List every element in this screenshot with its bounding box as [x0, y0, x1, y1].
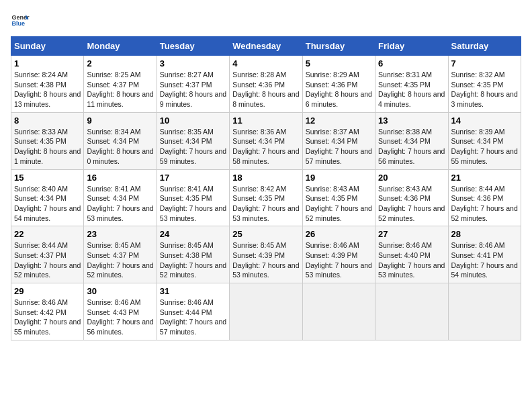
- calendar-cell: [448, 283, 521, 340]
- day-info: Sunrise: 8:27 AM Sunset: 4:37 PM Dayligh…: [160, 70, 226, 109]
- col-header-sunday: Sunday: [11, 37, 84, 56]
- calendar-cell: 25 Sunrise: 8:45 AM Sunset: 4:39 PM Dayl…: [230, 226, 302, 283]
- day-info: Sunrise: 8:41 AM Sunset: 4:34 PM Dayligh…: [87, 184, 153, 224]
- day-info: Sunrise: 8:38 AM Sunset: 4:34 PM Dayligh…: [378, 127, 445, 167]
- day-number: 6: [378, 58, 445, 68]
- day-number: 3: [160, 58, 226, 68]
- calendar-cell: 24 Sunrise: 8:45 AM Sunset: 4:38 PM Dayl…: [157, 226, 229, 283]
- calendar-cell: 28 Sunrise: 8:46 AM Sunset: 4:41 PM Dayl…: [448, 226, 521, 283]
- day-info: Sunrise: 8:24 AM Sunset: 4:38 PM Dayligh…: [14, 70, 81, 109]
- day-info: Sunrise: 8:46 AM Sunset: 4:44 PM Dayligh…: [160, 298, 226, 337]
- day-info: Sunrise: 8:45 AM Sunset: 4:37 PM Dayligh…: [87, 240, 153, 280]
- col-header-thursday: Thursday: [302, 37, 375, 56]
- day-info: Sunrise: 8:44 AM Sunset: 4:37 PM Dayligh…: [14, 240, 81, 280]
- day-number: 2: [87, 58, 153, 68]
- day-info: Sunrise: 8:43 AM Sunset: 4:36 PM Dayligh…: [378, 184, 445, 224]
- logo-icon: General Blue: [11, 11, 30, 30]
- day-info: Sunrise: 8:45 AM Sunset: 4:39 PM Dayligh…: [232, 240, 299, 280]
- calendar-week-4: 22 Sunrise: 8:44 AM Sunset: 4:37 PM Dayl…: [11, 226, 521, 283]
- day-info: Sunrise: 8:46 AM Sunset: 4:42 PM Dayligh…: [14, 298, 81, 337]
- calendar-cell: 16 Sunrise: 8:41 AM Sunset: 4:34 PM Dayl…: [84, 169, 157, 226]
- day-info: Sunrise: 8:41 AM Sunset: 4:35 PM Dayligh…: [160, 184, 226, 224]
- day-number: 9: [87, 116, 153, 126]
- day-number: 21: [451, 173, 518, 183]
- calendar-cell: 11 Sunrise: 8:36 AM Sunset: 4:34 PM Dayl…: [230, 112, 302, 169]
- calendar-cell: 9 Sunrise: 8:34 AM Sunset: 4:34 PM Dayli…: [84, 112, 157, 169]
- header: General Blue: [11, 11, 521, 30]
- day-info: Sunrise: 8:34 AM Sunset: 4:34 PM Dayligh…: [87, 127, 153, 167]
- calendar-cell: 29 Sunrise: 8:46 AM Sunset: 4:42 PM Dayl…: [11, 283, 84, 340]
- calendar-cell: 20 Sunrise: 8:43 AM Sunset: 4:36 PM Dayl…: [375, 169, 448, 226]
- day-number: 27: [378, 229, 445, 239]
- day-number: 1: [14, 58, 81, 68]
- calendar-cell: 2 Sunrise: 8:25 AM Sunset: 4:37 PM Dayli…: [84, 56, 157, 113]
- day-number: 8: [14, 116, 81, 126]
- calendar-cell: 30 Sunrise: 8:46 AM Sunset: 4:43 PM Dayl…: [84, 283, 157, 340]
- day-info: Sunrise: 8:46 AM Sunset: 4:39 PM Dayligh…: [306, 240, 372, 280]
- day-number: 31: [160, 286, 226, 296]
- day-number: 19: [306, 173, 372, 183]
- day-info: Sunrise: 8:43 AM Sunset: 4:35 PM Dayligh…: [306, 184, 372, 224]
- day-number: 22: [14, 229, 81, 239]
- calendar-header-row: SundayMondayTuesdayWednesdayThursdayFrid…: [11, 37, 521, 56]
- day-info: Sunrise: 8:29 AM Sunset: 4:36 PM Dayligh…: [306, 70, 372, 109]
- calendar-cell: 3 Sunrise: 8:27 AM Sunset: 4:37 PM Dayli…: [157, 56, 229, 113]
- calendar-cell: 21 Sunrise: 8:44 AM Sunset: 4:36 PM Dayl…: [448, 169, 521, 226]
- calendar-week-2: 8 Sunrise: 8:33 AM Sunset: 4:35 PM Dayli…: [11, 112, 521, 169]
- col-header-tuesday: Tuesday: [157, 37, 229, 56]
- calendar: SundayMondayTuesdayWednesdayThursdayFrid…: [11, 36, 521, 340]
- day-info: Sunrise: 8:46 AM Sunset: 4:41 PM Dayligh…: [451, 240, 518, 280]
- calendar-cell: [375, 283, 448, 340]
- day-number: 26: [306, 229, 372, 239]
- day-info: Sunrise: 8:32 AM Sunset: 4:35 PM Dayligh…: [451, 70, 518, 109]
- calendar-cell: 6 Sunrise: 8:31 AM Sunset: 4:35 PM Dayli…: [375, 56, 448, 113]
- day-info: Sunrise: 8:25 AM Sunset: 4:37 PM Dayligh…: [87, 70, 153, 109]
- day-info: Sunrise: 8:31 AM Sunset: 4:35 PM Dayligh…: [378, 70, 445, 109]
- day-number: 16: [87, 173, 153, 183]
- day-number: 23: [87, 229, 153, 239]
- day-number: 15: [14, 173, 81, 183]
- calendar-cell: 8 Sunrise: 8:33 AM Sunset: 4:35 PM Dayli…: [11, 112, 84, 169]
- day-number: 30: [87, 286, 153, 296]
- day-number: 14: [451, 116, 518, 126]
- day-info: Sunrise: 8:42 AM Sunset: 4:35 PM Dayligh…: [232, 184, 299, 224]
- calendar-cell: 1 Sunrise: 8:24 AM Sunset: 4:38 PM Dayli…: [11, 56, 84, 113]
- calendar-week-3: 15 Sunrise: 8:40 AM Sunset: 4:34 PM Dayl…: [11, 169, 521, 226]
- calendar-cell: 26 Sunrise: 8:46 AM Sunset: 4:39 PM Dayl…: [302, 226, 375, 283]
- day-number: 25: [232, 229, 299, 239]
- day-info: Sunrise: 8:37 AM Sunset: 4:34 PM Dayligh…: [306, 127, 372, 167]
- calendar-cell: 12 Sunrise: 8:37 AM Sunset: 4:34 PM Dayl…: [302, 112, 375, 169]
- calendar-cell: 7 Sunrise: 8:32 AM Sunset: 4:35 PM Dayli…: [448, 56, 521, 113]
- day-info: Sunrise: 8:45 AM Sunset: 4:38 PM Dayligh…: [160, 240, 226, 280]
- calendar-cell: [302, 283, 375, 340]
- calendar-cell: 14 Sunrise: 8:39 AM Sunset: 4:34 PM Dayl…: [448, 112, 521, 169]
- day-info: Sunrise: 8:36 AM Sunset: 4:34 PM Dayligh…: [232, 127, 299, 167]
- day-info: Sunrise: 8:35 AM Sunset: 4:34 PM Dayligh…: [160, 127, 226, 167]
- calendar-cell: 23 Sunrise: 8:45 AM Sunset: 4:37 PM Dayl…: [84, 226, 157, 283]
- calendar-cell: 18 Sunrise: 8:42 AM Sunset: 4:35 PM Dayl…: [230, 169, 302, 226]
- day-info: Sunrise: 8:39 AM Sunset: 4:34 PM Dayligh…: [451, 127, 518, 167]
- day-info: Sunrise: 8:44 AM Sunset: 4:36 PM Dayligh…: [451, 184, 518, 224]
- logo: General Blue: [11, 11, 30, 30]
- day-number: 24: [160, 229, 226, 239]
- calendar-cell: 17 Sunrise: 8:41 AM Sunset: 4:35 PM Dayl…: [157, 169, 229, 226]
- day-number: 5: [306, 58, 372, 68]
- day-number: 17: [160, 173, 226, 183]
- calendar-week-5: 29 Sunrise: 8:46 AM Sunset: 4:42 PM Dayl…: [11, 283, 521, 340]
- day-number: 4: [232, 58, 299, 68]
- day-number: 11: [232, 116, 299, 126]
- calendar-cell: 4 Sunrise: 8:28 AM Sunset: 4:36 PM Dayli…: [230, 56, 302, 113]
- day-number: 18: [232, 173, 299, 183]
- calendar-cell: 27 Sunrise: 8:46 AM Sunset: 4:40 PM Dayl…: [375, 226, 448, 283]
- calendar-week-1: 1 Sunrise: 8:24 AM Sunset: 4:38 PM Dayli…: [11, 56, 521, 113]
- day-number: 20: [378, 173, 445, 183]
- col-header-friday: Friday: [375, 37, 448, 56]
- day-number: 13: [378, 116, 445, 126]
- day-info: Sunrise: 8:28 AM Sunset: 4:36 PM Dayligh…: [232, 70, 299, 109]
- calendar-cell: 19 Sunrise: 8:43 AM Sunset: 4:35 PM Dayl…: [302, 169, 375, 226]
- day-info: Sunrise: 8:46 AM Sunset: 4:43 PM Dayligh…: [87, 298, 153, 337]
- calendar-cell: 15 Sunrise: 8:40 AM Sunset: 4:34 PM Dayl…: [11, 169, 84, 226]
- day-number: 12: [306, 116, 372, 126]
- calendar-cell: 22 Sunrise: 8:44 AM Sunset: 4:37 PM Dayl…: [11, 226, 84, 283]
- day-info: Sunrise: 8:33 AM Sunset: 4:35 PM Dayligh…: [14, 127, 81, 167]
